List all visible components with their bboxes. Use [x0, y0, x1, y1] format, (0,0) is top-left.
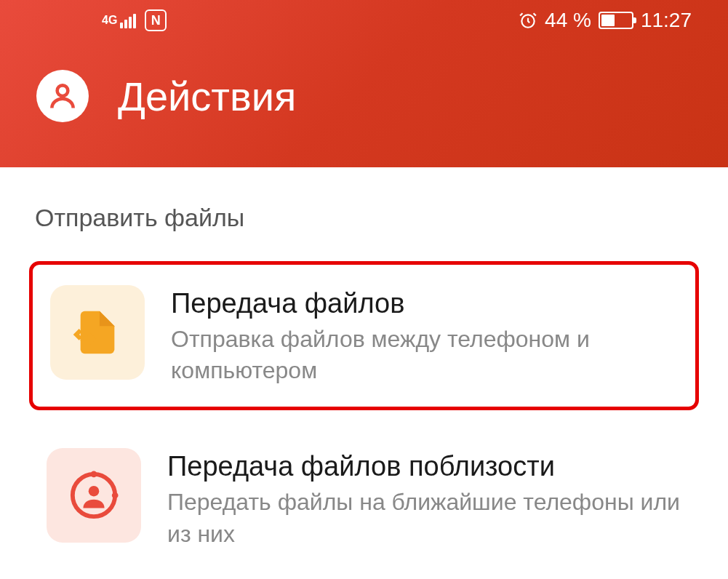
battery-percent: 44 %	[545, 9, 591, 32]
status-left: 4G N	[102, 9, 167, 31]
alarm-icon	[519, 11, 537, 30]
network-type: 4G	[102, 15, 117, 26]
header-main: Действия	[0, 41, 728, 122]
profile-button[interactable]	[36, 70, 89, 122]
clock-time: 11:27	[641, 9, 692, 32]
signal-indicator: 4G	[102, 12, 136, 28]
status-right: 44 % 11:27	[519, 9, 692, 32]
option-title: Передача файлов	[171, 288, 678, 319]
app-header: 4G N 44 % 11:27	[0, 0, 728, 167]
page-title: Действия	[118, 73, 296, 120]
option-desc: Отправка файлов между телефоном и компью…	[171, 324, 678, 386]
option-title: Передача файлов поблизости	[167, 451, 681, 482]
person-icon	[47, 80, 79, 112]
option-text: Передача файлов поблизости Передать файл…	[167, 448, 681, 549]
file-transfer-icon	[50, 285, 145, 380]
svg-point-1	[57, 85, 68, 96]
signal-bars-icon	[120, 12, 136, 28]
option-desc: Передать файлы на ближайшие телефоны или…	[167, 487, 681, 549]
option-nearby-transfer[interactable]: Передача файлов поблизости Передать файл…	[29, 428, 699, 570]
nearby-transfer-icon	[47, 448, 141, 543]
svg-point-3	[89, 486, 100, 497]
option-file-transfer[interactable]: Передача файлов Отправка файлов между те…	[29, 261, 699, 410]
option-text: Передача файлов Отправка файлов между те…	[171, 285, 678, 386]
svg-point-5	[112, 492, 119, 499]
section-title: Отправить файлы	[29, 204, 699, 232]
svg-point-4	[91, 471, 97, 478]
battery-icon	[599, 12, 633, 29]
status-bar: 4G N 44 % 11:27	[0, 0, 728, 41]
content-area: Отправить файлы Передача файлов Отправка…	[0, 167, 728, 570]
nfc-icon: N	[145, 9, 167, 31]
